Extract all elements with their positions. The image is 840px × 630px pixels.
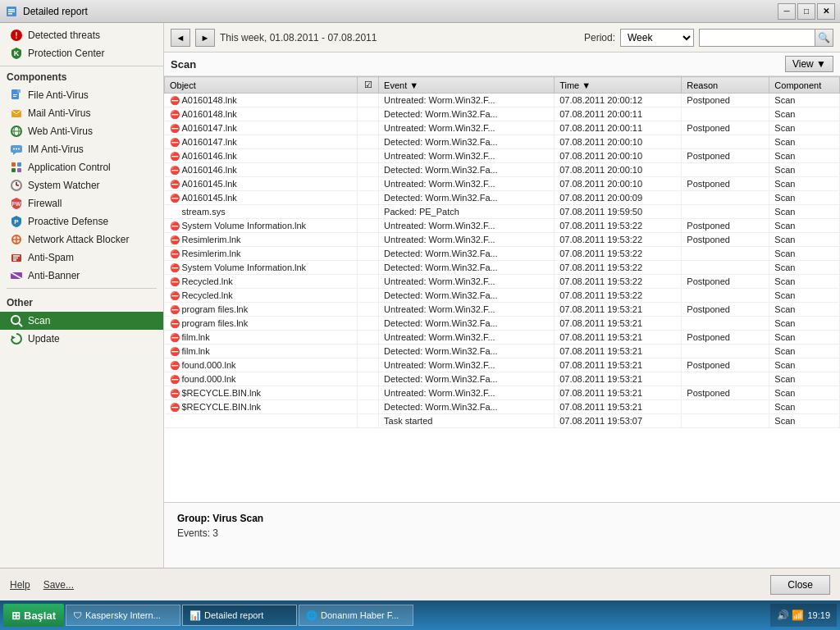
- cell-event: Untreated: Worm.Win32.F...: [379, 386, 555, 400]
- object-name: Recycled.lnk: [182, 276, 233, 286]
- svg-text:FW: FW: [12, 201, 21, 207]
- cell-component: Scan: [769, 107, 840, 121]
- sidebar-item-scan[interactable]: Scan: [0, 312, 163, 330]
- sidebar-item-application-control[interactable]: Application Control: [0, 158, 163, 176]
- cell-object: ⛔A0160146.lnk: [165, 163, 358, 177]
- table-header-row: Object ☑ Event ▼ Time ▼ Reason Component: [165, 77, 840, 94]
- sidebar-item-im-antivirus[interactable]: IM Anti-Virus: [0, 140, 163, 158]
- bottom-left: Help Save...: [10, 579, 74, 591]
- window-controls: ─ □ ✕: [778, 3, 835, 20]
- table-container[interactable]: Object ☑ Event ▼ Time ▼ Reason Component…: [164, 76, 840, 502]
- taskbar-item-kaspersky[interactable]: 🛡 Kaspersky Intern...: [66, 605, 180, 626]
- cell-check: [358, 149, 379, 163]
- cell-reason: [682, 135, 769, 149]
- view-button[interactable]: View ▼: [785, 56, 833, 72]
- cell-reason: [682, 261, 769, 275]
- error-icon: ⛔: [170, 180, 180, 189]
- object-name: program files.lnk: [182, 304, 249, 314]
- cell-time: 07.08.2011 20:00:10: [555, 149, 682, 163]
- protection-center-label: Protection Center: [28, 48, 104, 59]
- sidebar-item-system-watcher[interactable]: System Watcher: [0, 176, 163, 194]
- cell-component: Scan: [769, 163, 840, 177]
- table-row: ⛔program files.lnkDetected: Worm.Win32.F…: [165, 317, 840, 331]
- taskbar-item-browser[interactable]: 🌐 Donanım Haber F...: [299, 605, 413, 626]
- prev-button[interactable]: ◄: [171, 29, 190, 47]
- svg-point-18: [18, 148, 20, 150]
- close-button[interactable]: ✕: [817, 3, 835, 20]
- col-event[interactable]: Event ▼: [379, 77, 555, 94]
- sidebar-item-web-antivirus[interactable]: Web Anti-Virus: [0, 122, 163, 140]
- search-button[interactable]: 🔍: [815, 30, 833, 46]
- taskbar-item-report[interactable]: 📊 Detailed report: [182, 605, 297, 626]
- period-label: Period:: [584, 32, 615, 43]
- period-select[interactable]: Week Day Month Year All: [620, 29, 694, 47]
- cell-object: ⛔A0160145.lnk: [165, 191, 358, 205]
- svg-rect-19: [11, 162, 16, 167]
- help-link[interactable]: Help: [10, 579, 30, 591]
- cell-event: Untreated: Worm.Win32.F...: [379, 149, 555, 163]
- object-name: $RECYCLE.BIN.lnk: [182, 388, 262, 398]
- network-icon: [10, 233, 23, 246]
- cell-event: Detected: Worm.Win32.Fa...: [379, 372, 555, 386]
- cell-check: [358, 345, 379, 358]
- cell-event: Detected: Worm.Win32.Fa...: [379, 247, 555, 261]
- cell-object: ⛔Resimlerim.lnk: [165, 247, 358, 261]
- object-name: found.000.lnk: [182, 374, 236, 384]
- cell-check: [358, 386, 379, 400]
- object-name: System Volume Information.lnk: [182, 221, 307, 231]
- sidebar-item-proactive-defense[interactable]: P Proactive Defense: [0, 212, 163, 231]
- close-button[interactable]: Close: [770, 575, 830, 595]
- sidebar-item-protection-center[interactable]: K Protection Center: [0, 44, 163, 62]
- sidebar-item-firewall[interactable]: FW Firewall: [0, 194, 163, 212]
- sidebar-item-anti-banner[interactable]: Anti-Banner: [0, 267, 163, 285]
- cell-time: 07.08.2011 19:53:21: [555, 345, 682, 358]
- sidebar-item-anti-spam[interactable]: Anti-Spam: [0, 249, 163, 267]
- cell-check: [358, 94, 379, 107]
- kaspersky-icon: 🛡: [73, 610, 82, 620]
- sidebar-item-file-antivirus[interactable]: File Anti-Virus: [0, 86, 163, 104]
- svg-marker-39: [11, 336, 16, 340]
- table-row: ⛔Recycled.lnkUntreated: Worm.Win32.F...0…: [165, 275, 840, 289]
- error-icon: ⛔: [170, 96, 180, 105]
- sidebar-item-mail-antivirus[interactable]: Mail Anti-Virus: [0, 104, 163, 122]
- cell-time: 07.08.2011 20:00:12: [555, 94, 682, 107]
- cell-time: 07.08.2011 19:59:50: [555, 205, 682, 219]
- col-time[interactable]: Time ▼: [555, 77, 682, 94]
- scan-label: Scan: [28, 315, 50, 326]
- maximize-button[interactable]: □: [797, 3, 815, 20]
- search-input[interactable]: [700, 30, 815, 46]
- col-reason: Reason: [682, 77, 769, 94]
- svg-rect-9: [13, 94, 17, 95]
- sidebar-item-detected-threats[interactable]: ! Detected threats: [0, 26, 163, 44]
- table-row: ⛔found.000.lnkDetected: Worm.Win32.Fa...…: [165, 372, 840, 386]
- object-name: A0160145.lnk: [182, 179, 237, 189]
- cell-check: [358, 135, 379, 149]
- cell-component: Scan: [769, 331, 840, 345]
- minimize-button[interactable]: ─: [778, 3, 796, 20]
- table-body: ⛔A0160148.lnkUntreated: Worm.Win32.F...0…: [165, 94, 840, 428]
- cell-reason: [682, 163, 769, 177]
- cell-object: ⛔A0160147.lnk: [165, 135, 358, 149]
- svg-rect-1: [8, 9, 15, 11]
- col-object: Object: [165, 77, 358, 94]
- im-av-label: IM Anti-Virus: [28, 144, 84, 155]
- cell-time: 07.08.2011 20:00:10: [555, 135, 682, 149]
- table-row: ⛔A0160145.lnkDetected: Worm.Win32.Fa...0…: [165, 191, 840, 205]
- error-icon: ⛔: [170, 403, 180, 412]
- cell-event: Untreated: Worm.Win32.F...: [379, 275, 555, 289]
- object-name: A0160147.lnk: [182, 123, 237, 133]
- tray-icons: 🔊 📶: [777, 609, 804, 621]
- update-label: Update: [28, 333, 60, 345]
- table-row: ⛔A0160146.lnkUntreated: Worm.Win32.F...0…: [165, 149, 840, 163]
- taskbar-tray: 🔊 📶 19:19: [770, 604, 837, 627]
- next-button[interactable]: ►: [195, 29, 215, 47]
- error-icon: ⛔: [170, 305, 180, 314]
- save-link[interactable]: Save...: [43, 579, 74, 591]
- cell-reason: Postponed: [682, 149, 769, 163]
- start-button[interactable]: ⊞ Başlat: [3, 604, 64, 627]
- sidebar-item-update[interactable]: Update: [0, 330, 163, 348]
- object-name: program files.lnk: [182, 318, 249, 328]
- sidebar-item-network-attack-blocker[interactable]: Network Attack Blocker: [0, 231, 163, 249]
- cell-time: 07.08.2011 20:00:10: [555, 177, 682, 191]
- object-name: Recycled.lnk: [182, 290, 233, 300]
